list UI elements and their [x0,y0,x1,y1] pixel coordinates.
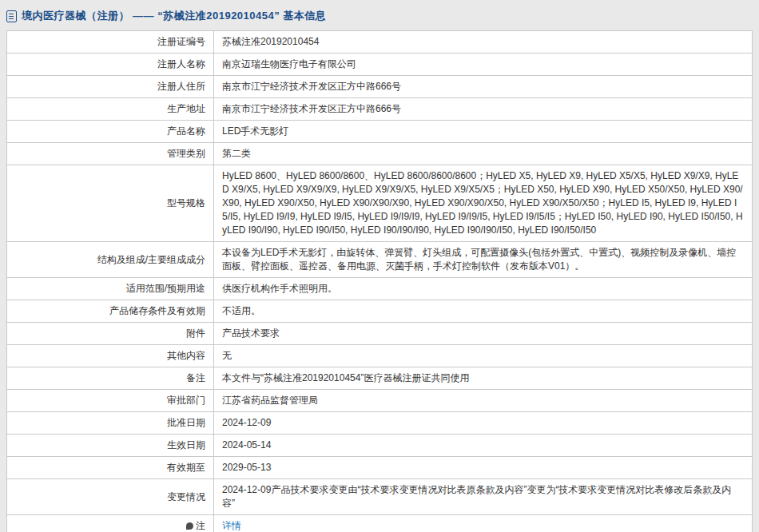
field-label: 生效日期 [7,435,214,457]
field-value: 南京市江宁经济技术开发区正方中路666号 [214,98,753,121]
field-label: 注册人住所 [7,76,214,98]
field-label: 产品储存条件及有效期 [7,300,214,323]
field-value: 苏械注准20192010454 [214,31,753,54]
field-value: 无 [214,345,753,367]
field-label: 型号规格 [7,165,214,242]
field-value: 2024-12-09产品技术要求变更由“技术要求变更情况对比表原条款及内容”变更… [214,479,753,515]
field-label: 注册人名称 [7,54,214,76]
field-value: 本文件与“苏械注准20192010454”医疗器械注册证共同使用 [214,367,753,390]
field-label: 产品名称 [7,121,214,143]
table-row: 批准日期 2024-12-09 [7,412,753,435]
table-row: 产品名称 LED手术无影灯 [7,121,753,143]
field-value: HyLED 8600、HyLED 8600/8600、HyLED 8600/86… [214,165,753,242]
field-value: 南京迈瑞生物医疗电子有限公司 [214,54,753,76]
document-icon [6,10,17,22]
field-value: 第二类 [214,143,753,165]
table-row: 审批部门 江苏省药品监督管理局 [7,390,753,412]
field-label: 注 [7,515,214,532]
note-label: 注 [196,520,205,531]
page: 境内医疗器械（注册） —— “苏械注准20192010454” 基本信息 注册证… [0,0,759,532]
details-link[interactable]: 详情 [222,520,241,531]
table-row: 备注 本文件与“苏械注准20192010454”医疗器械注册证共同使用 [7,367,753,390]
field-label: 批准日期 [7,412,214,435]
page-title: 境内医疗器械（注册） —— “苏械注准20192010454” 基本信息 [22,9,326,23]
note-icon [186,522,193,530]
table-row: 注册证编号 苏械注准20192010454 [7,31,753,54]
field-value: 南京市江宁经济技术开发区正方中路666号 [214,76,753,98]
field-value: LED手术无影灯 [214,121,753,143]
field-value: 2029-05-13 [214,457,753,479]
field-label: 审批部门 [7,390,214,412]
field-value: 供医疗机构作手术照明用。 [214,278,753,300]
field-value: 不适用。 [214,300,753,323]
field-label: 变更情况 [7,479,214,515]
table-row: 适用范围/预期用途 供医疗机构作手术照明用。 [7,278,753,300]
field-value: 详情 [214,515,753,532]
field-value: 产品技术要求 [214,323,753,345]
table-row-note: 注 详情 [7,515,753,532]
table-row: 注册人住所 南京市江宁经济技术开发区正方中路666号 [7,76,753,98]
table-row: 型号规格 HyLED 8600、HyLED 8600/8600、HyLED 86… [7,165,753,242]
table-row: 注册人名称 南京迈瑞生物医疗电子有限公司 [7,54,753,76]
table-row: 其他内容 无 [7,345,753,367]
field-label: 附件 [7,323,214,345]
field-value: 2024-05-14 [214,435,753,457]
registration-info-table: 注册证编号 苏械注准20192010454 注册人名称 南京迈瑞生物医疗电子有限… [6,30,753,532]
page-header: 境内医疗器械（注册） —— “苏械注准20192010454” 基本信息 [0,0,759,30]
field-label: 备注 [7,367,214,390]
field-label: 生产地址 [7,98,214,121]
field-label: 其他内容 [7,345,214,367]
table-row: 生效日期 2024-05-14 [7,435,753,457]
table-row: 有效期至 2029-05-13 [7,457,753,479]
table-row: 结构及组成/主要组成成分 本设备为LED手术无影灯，由旋转体、弹簧臂、灯头组成，… [7,242,753,278]
field-label: 结构及组成/主要组成成分 [7,242,214,278]
field-label: 注册证编号 [7,31,214,54]
field-label: 管理类别 [7,143,214,165]
field-value: 2024-12-09 [214,412,753,435]
field-label: 适用范围/预期用途 [7,278,214,300]
table-row: 附件 产品技术要求 [7,323,753,345]
field-value: 本设备为LED手术无影灯，由旋转体、弹簧臂、灯头组成，可配置摄像头(包括外置式、… [214,242,753,278]
table-row: 管理类别 第二类 [7,143,753,165]
field-label: 有效期至 [7,457,214,479]
table-row: 产品储存条件及有效期 不适用。 [7,300,753,323]
table-row: 变更情况 2024-12-09产品技术要求变更由“技术要求变更情况对比表原条款及… [7,479,753,515]
table-row: 生产地址 南京市江宁经济技术开发区正方中路666号 [7,98,753,121]
field-value: 江苏省药品监督管理局 [214,390,753,412]
